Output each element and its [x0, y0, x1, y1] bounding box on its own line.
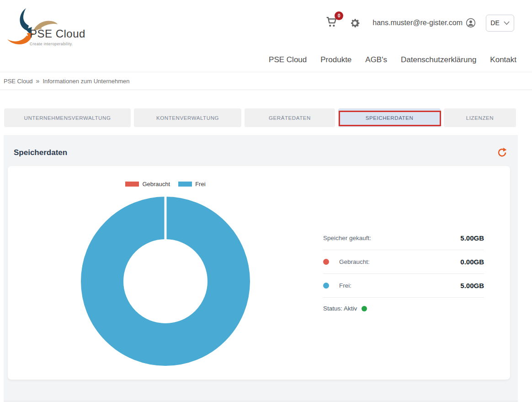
breadcrumb: PSE Cloud » Informationen zum Unternehme…	[0, 72, 532, 90]
settings-button[interactable]	[349, 17, 361, 29]
logo[interactable]: PSE Cloud Create interoperability.	[4, 4, 113, 52]
account-button[interactable]	[466, 18, 476, 28]
slice-divider	[165, 196, 167, 240]
person-icon	[466, 18, 476, 28]
refresh-icon	[496, 147, 508, 158]
cart-count-badge: 0	[335, 11, 343, 20]
nav-item-kontakt[interactable]: Kontakt	[490, 54, 516, 66]
breadcrumb-root[interactable]: PSE Cloud	[4, 78, 33, 85]
frei-dot	[323, 283, 329, 289]
tab-geraetedaten[interactable]: GERÄTEDATEN	[245, 108, 335, 127]
language-select[interactable]: DE	[486, 15, 514, 32]
header-actions: 0 hans.muster@re-gister.com DE	[325, 13, 514, 33]
info-row-gekauft: Speicher gekauft: 5.00GB	[323, 226, 484, 250]
chevron-down-icon	[504, 21, 510, 25]
tab-unternehmensverwaltung[interactable]: UNTERNEHMENSVERWALTUNG	[4, 108, 131, 127]
info-row-gebraucht: Gebraucht: 0.00GB	[323, 250, 484, 274]
breadcrumb-current: Informationen zum Unternehmen	[43, 78, 129, 85]
refresh-button[interactable]	[496, 147, 508, 158]
nav-item-datenschutz[interactable]: Datenschutzerklärung	[401, 54, 476, 66]
main-nav: PSE Cloud Produkte AGB's Datenschutzerkl…	[0, 54, 532, 72]
user-email[interactable]: hans.muster@re-gister.com	[372, 19, 463, 27]
info-row-frei: Frei: 5.00GB	[323, 274, 484, 298]
nav-item-pse-cloud[interactable]: PSE Cloud	[269, 54, 307, 66]
status-row: Status: Aktiv	[323, 305, 484, 312]
donut-svg	[80, 195, 251, 367]
logo-tagline: Create interoperability.	[30, 42, 85, 46]
tab-speicherdaten-label: SPEICHERDATEN	[366, 115, 414, 121]
legend-swatch-gebraucht	[125, 182, 139, 187]
storage-card: Gebraucht Frei Speicher gekauft: 5.00GB	[8, 166, 510, 380]
status-active-dot	[362, 306, 367, 311]
language-value: DE	[490, 19, 499, 27]
legend-item-gebraucht[interactable]: Gebraucht	[125, 181, 170, 187]
tab-lizenzen[interactable]: LIZENZEN	[444, 108, 516, 127]
speicherdaten-panel: Speicherdaten Gebraucht Frei	[4, 135, 518, 402]
tab-speicherdaten[interactable]: SPEICHERDATEN	[338, 108, 441, 127]
nav-item-agbs[interactable]: AGB's	[365, 54, 387, 66]
logo-title: PSE Cloud	[30, 27, 85, 40]
legend-item-frei[interactable]: Frei	[178, 181, 205, 187]
nav-item-produkte[interactable]: Produkte	[320, 54, 351, 66]
gebraucht-dot	[323, 259, 329, 265]
gear-icon	[349, 17, 361, 29]
header: PSE Cloud Create interoperability. 0 han…	[0, 0, 532, 54]
legend-swatch-frei	[178, 182, 192, 187]
tab-kontenverwaltung[interactable]: KONTENVERWALTUNG	[134, 108, 241, 127]
tab-bar: UNTERNEHMENSVERWALTUNG KONTENVERWALTUNG …	[4, 108, 532, 127]
status-label: Status: Aktiv	[323, 305, 357, 312]
donut-chart: Gebraucht Frei	[8, 166, 323, 380]
cart-button[interactable]: 0	[325, 16, 339, 30]
panel-title: Speicherdaten	[14, 148, 67, 157]
storage-info: Speicher gekauft: 5.00GB Gebraucht: 0.00…	[323, 166, 510, 380]
breadcrumb-separator: »	[36, 77, 40, 85]
chart-legend: Gebraucht Frei	[125, 181, 205, 187]
